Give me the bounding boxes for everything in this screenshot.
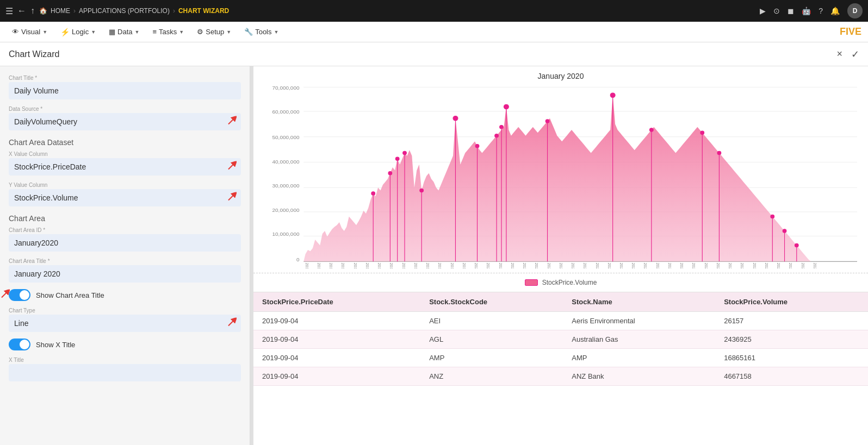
x-column-input[interactable] <box>9 158 241 176</box>
x-title-input[interactable] <box>9 364 241 381</box>
svg-line-3 <box>2 291 8 298</box>
breadcrumb-current: CHART WIZARD <box>178 7 229 15</box>
show-area-title-label: Show Chart Area Title <box>36 291 104 299</box>
area-title-group: Chart Area Title * <box>9 258 241 283</box>
toolbar-data[interactable]: ▦ Data ▼ <box>103 26 145 38</box>
svg-text:2020-03-30: 2020-03-30 <box>594 262 599 268</box>
svg-text:30,000,000: 30,000,000 <box>272 183 300 189</box>
svg-text:2019-11-01: 2019-11-01 <box>389 262 394 268</box>
x-column-label: X Value Column <box>9 151 241 157</box>
stop-icon[interactable]: ◼ <box>788 7 794 15</box>
svg-text:2020-03-04: 2020-03-04 <box>559 262 563 268</box>
area-id-input[interactable] <box>9 234 241 252</box>
svg-point-22 <box>395 157 399 160</box>
play-icon[interactable]: ▶ <box>760 7 766 15</box>
svg-point-48 <box>700 131 704 134</box>
table-cell: AMP <box>420 349 563 367</box>
svg-text:2020-04-07: 2020-04-07 <box>607 262 612 268</box>
y-column-input-wrapper <box>9 189 241 206</box>
data-source-input[interactable] <box>9 113 241 130</box>
svg-text:60,000,000: 60,000,000 <box>272 109 300 115</box>
chart-title-input[interactable] <box>9 82 241 99</box>
svg-text:2020-08-14: 2020-08-14 <box>788 262 793 268</box>
toolbar-tasks[interactable]: ≡ Tasks ▼ <box>147 26 190 38</box>
help-icon[interactable]: ? <box>819 7 823 15</box>
svg-point-56 <box>795 243 798 247</box>
breadcrumb-home[interactable]: HOME <box>51 7 70 15</box>
toolbar-visual[interactable]: 👁 Visual ▼ <box>7 26 53 38</box>
visual-caret: ▼ <box>42 29 47 35</box>
table-cell: 16865161 <box>715 349 868 367</box>
svg-text:2020-01-21: 2020-01-21 <box>498 262 503 268</box>
x-title-input-wrapper <box>9 364 241 381</box>
toolbar-setup[interactable]: ⚙ Setup ▼ <box>191 26 237 38</box>
svg-text:2019-12-05: 2019-12-05 <box>437 262 442 268</box>
svg-point-24 <box>403 151 407 154</box>
show-x-title-label: Show X Title <box>36 341 75 349</box>
breadcrumb-portfolio[interactable]: APPLICATIONS (PORTFOLIO) <box>79 7 170 15</box>
svg-point-32 <box>610 93 615 98</box>
svg-point-52 <box>771 215 774 218</box>
chart-type-label: Chart Type <box>9 308 241 314</box>
y-column-group: Y Value Column <box>9 182 241 206</box>
toolbar-tools-label: Tools <box>255 28 271 36</box>
svg-text:2020-05-29: 2020-05-29 <box>679 262 684 268</box>
chart-area-section-title: Chart Area <box>9 214 241 223</box>
x-column-group: X Value Column <box>9 151 241 176</box>
chart-svg: 70,000,000 60,000,000 50,000,000 40,000,… <box>264 84 857 268</box>
svg-text:2019-10-08: 2019-10-08 <box>353 262 358 268</box>
search-icon[interactable]: ⊙ <box>773 7 780 15</box>
breadcrumb: 🏠 HOME › APPLICATIONS (PORTFOLIO) › CHAR… <box>39 7 229 15</box>
data-table-element: StockPrice.PriceDate Stock.StockCode Sto… <box>253 292 868 386</box>
table-cell: 2019-09-04 <box>253 330 420 349</box>
toolbar-logic[interactable]: ⚡ Logic ▼ <box>55 26 101 39</box>
show-x-title-toggle[interactable] <box>9 339 30 350</box>
svg-text:2020-04-17: 2020-04-17 <box>619 262 624 268</box>
menu-icon[interactable]: ☰ <box>5 6 13 16</box>
area-title-input[interactable] <box>9 265 241 283</box>
chart-title-display: January 2020 <box>264 72 857 80</box>
back-icon[interactable]: ← <box>17 6 26 16</box>
svg-text:70,000,000: 70,000,000 <box>272 85 300 91</box>
svg-text:50,000,000: 50,000,000 <box>272 134 300 140</box>
up-icon[interactable]: ↑ <box>30 6 35 16</box>
close-button[interactable]: × <box>836 48 842 60</box>
svg-point-46 <box>500 126 504 129</box>
chart-type-input[interactable] <box>9 315 241 332</box>
x-column-arrow <box>227 161 237 173</box>
tools-icon: 🔧 <box>244 28 253 36</box>
right-panel: January 2020 70,000,000 60,000,000 50,00… <box>253 66 868 445</box>
wizard-title: Chart Wizard <box>9 49 59 59</box>
chart-title-input-wrapper <box>9 82 241 99</box>
svg-point-40 <box>420 189 424 192</box>
toolbar-tasks-label: Tasks <box>159 28 177 36</box>
svg-line-1 <box>228 163 235 170</box>
svg-text:2020-06-08: 2020-06-08 <box>691 262 696 268</box>
svg-text:2020-01-13: 2020-01-13 <box>486 262 491 268</box>
content-area: Chart Title * Data Source * Chart Area D… <box>0 66 868 445</box>
svg-text:2020-03-12: 2020-03-12 <box>571 262 575 268</box>
svg-text:2020-01-31: 2020-01-31 <box>510 262 515 268</box>
show-area-title-toggle[interactable] <box>9 289 30 301</box>
svg-point-28 <box>504 104 509 109</box>
svg-text:2020-06-25: 2020-06-25 <box>716 262 721 268</box>
col-volume: StockPrice.Volume <box>715 292 868 312</box>
data-icon: ▦ <box>109 28 115 36</box>
y-column-input[interactable] <box>9 189 241 206</box>
table-cell: 2019-09-04 <box>253 349 420 367</box>
area-title-label: Chart Area Title * <box>9 258 241 264</box>
toolbar-tools[interactable]: 🔧 Tools ▼ <box>239 26 284 38</box>
table-row: 2019-09-04AEIAeris Environmental26157 <box>253 312 868 330</box>
table-header-row: StockPrice.PriceDate Stock.StockCode Sto… <box>253 292 868 312</box>
bot-icon[interactable]: 🤖 <box>802 7 811 15</box>
confirm-button[interactable]: ✓ <box>851 48 859 60</box>
svg-text:40,000,000: 40,000,000 <box>272 159 300 165</box>
wizard-header: Chart Wizard × ✓ <box>0 42 868 66</box>
area-id-input-wrapper <box>9 234 241 252</box>
bell-icon[interactable]: 🔔 <box>830 7 840 15</box>
svg-text:2019-12-23: 2019-12-23 <box>462 262 467 268</box>
svg-text:20,000,000: 20,000,000 <box>272 207 300 213</box>
table-cell: ANZ Bank <box>563 367 715 386</box>
svg-line-4 <box>228 319 235 326</box>
avatar[interactable]: D <box>847 3 863 18</box>
